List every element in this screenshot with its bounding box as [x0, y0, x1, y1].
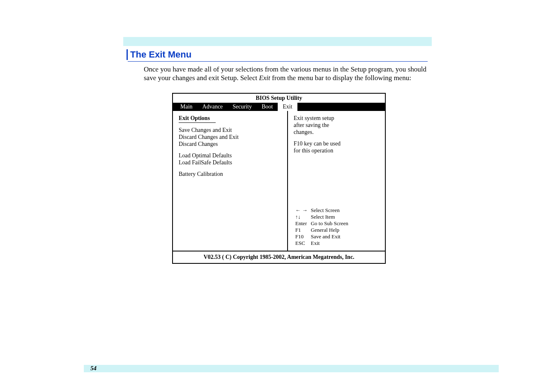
tab-exit: Exit	[278, 103, 297, 111]
help-line: Exit system setup	[294, 115, 379, 122]
opt-load-optimal-defaults: Load Optimal Defaults	[179, 152, 281, 159]
bios-body: Exit Options Save Changes and Exit Disca…	[173, 111, 385, 251]
gap	[179, 148, 281, 152]
gap	[294, 136, 379, 140]
nav-key: F10	[294, 233, 309, 240]
opt-discard-changes-exit: Discard Changes and Exit	[179, 134, 281, 141]
exit-options-title: Exit Options	[179, 115, 281, 122]
exit-options-list: Save Changes and Exit Discard Changes an…	[179, 127, 281, 178]
nav-action: Save and Exit	[309, 233, 350, 240]
help-line: for this operation	[294, 148, 379, 154]
nav-key: F1	[294, 227, 309, 233]
nav-row: ESC Exit	[294, 240, 350, 247]
nav-action: Select Screen	[309, 207, 350, 214]
body-paragraph: Once you have made all of your selection…	[144, 65, 426, 83]
opt-battery-calibration: Battery Calibration	[179, 171, 281, 178]
help-line: F10 key can be used	[294, 141, 379, 147]
bios-title: BIOS Setup Utility	[173, 94, 385, 103]
footer-band	[84, 365, 499, 372]
nav-row: F10 Save and Exit	[294, 233, 350, 240]
bios-screenshot: BIOS Setup Utility Main Advance Security…	[172, 93, 386, 264]
bios-footer: V02.53 ( C) Copyright 1985-2002, America…	[173, 251, 385, 263]
nav-legend: ← → Select Screen ↑↓ Select Item Enter G…	[294, 207, 379, 247]
tab-advance: Advance	[198, 103, 228, 111]
tab-boot: Boot	[257, 103, 278, 111]
nav-key: ESC	[294, 240, 309, 247]
help-line: changes.	[294, 129, 379, 136]
body-italic: Exit	[259, 74, 270, 82]
body-part2: from the menu bar to display the followi…	[270, 74, 411, 82]
nav-key-leftright-icon: ← →	[294, 207, 309, 214]
bios-tabbar: Main Advance Security Boot Exit	[173, 103, 385, 111]
nav-action: Go to Sub Screen	[309, 220, 350, 227]
tab-main: Main	[175, 103, 198, 111]
nav-key: Enter	[294, 220, 309, 227]
nav-key-updown-icon: ↑↓	[294, 214, 309, 220]
bios-left-pane: Exit Options Save Changes and Exit Disca…	[173, 111, 288, 251]
section-heading-wrap: The Exit Menu	[127, 49, 191, 60]
help-line: after saving the	[294, 122, 379, 129]
gap	[179, 166, 281, 171]
heading-underline	[128, 61, 428, 62]
nav-row: F1 General Help	[294, 227, 350, 233]
tab-security: Security	[228, 103, 257, 111]
bios-help-text: Exit system setup after saving the chang…	[294, 115, 379, 154]
nav-action: Select Item	[309, 214, 350, 220]
opt-discard-changes: Discard Changes	[179, 141, 281, 148]
nav-row: ↑↓ Select Item	[294, 214, 350, 220]
nav-row: Enter Go to Sub Screen	[294, 220, 350, 227]
nav-action: Exit	[309, 240, 350, 247]
page-number: 54	[90, 365, 97, 372]
opt-load-failsafe-defaults: Load FailSafe Defaults	[179, 159, 281, 166]
title-underline	[179, 122, 216, 123]
bios-right-pane: Exit system setup after saving the chang…	[288, 111, 385, 251]
nav-row: ← → Select Screen	[294, 207, 350, 214]
nav-action: General Help	[309, 227, 350, 233]
opt-save-changes-exit: Save Changes and Exit	[179, 127, 281, 134]
header-band	[123, 37, 432, 46]
section-heading: The Exit Menu	[127, 49, 191, 60]
